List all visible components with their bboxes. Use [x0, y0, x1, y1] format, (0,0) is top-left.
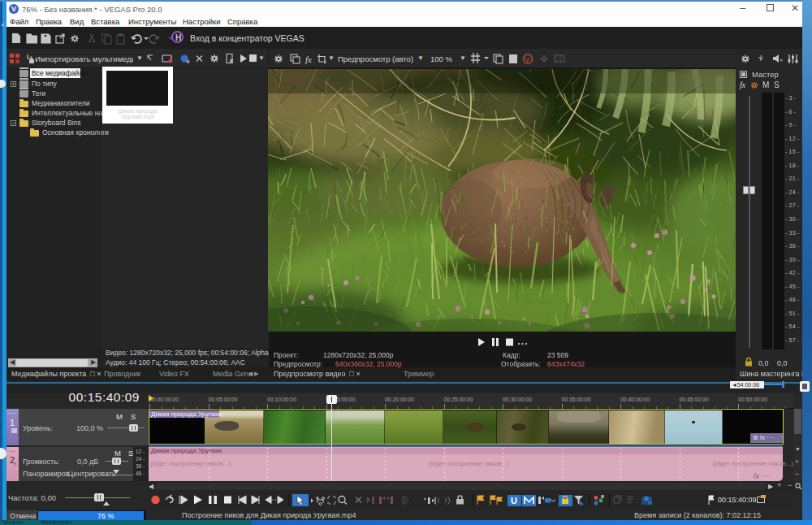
- svg-text:fx: fx: [305, 54, 312, 64]
- svg-text:V: V: [525, 55, 530, 63]
- svg-text:U: U: [511, 496, 517, 505]
